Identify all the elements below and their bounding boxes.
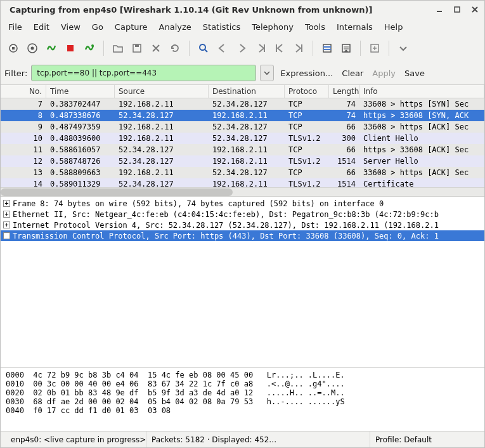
filter-label: Filter: xyxy=(4,69,27,78)
expand-icon[interactable]: + xyxy=(3,211,10,218)
auto-scroll-button[interactable] xyxy=(337,39,355,57)
go-back-button[interactable] xyxy=(214,39,231,57)
tree-item[interactable]: +Internet Protocol Version 4, Src: 52.34… xyxy=(1,220,484,230)
titlebar: Capturing from enp4s0 [Wireshark 1.10.14… xyxy=(1,1,484,18)
toolbar-separator xyxy=(103,41,104,56)
menu-capture[interactable]: Capture xyxy=(110,20,153,34)
window-buttons xyxy=(435,5,479,14)
expand-icon[interactable]: + xyxy=(3,232,10,239)
packet-row[interactable]: 70.383702447192.168.2.1152.34.28.127TCP7… xyxy=(1,98,484,110)
statusbar: enp4s0: <live capture in progress> F… Pa… xyxy=(1,431,484,447)
save-button[interactable] xyxy=(128,39,146,57)
filter-apply-link[interactable]: Apply xyxy=(370,67,398,79)
svg-rect-11 xyxy=(135,44,139,47)
tree-item[interactable]: +Transmission Control Protocol, Src Port… xyxy=(1,230,484,241)
packet-details-pane: +Frame 8: 74 bytes on wire (592 bits), 7… xyxy=(1,196,484,367)
stop-capture-button[interactable] xyxy=(61,39,79,57)
menu-edit[interactable]: Edit xyxy=(29,20,55,34)
menu-file[interactable]: File xyxy=(3,20,27,34)
tree-item[interactable]: +Frame 8: 74 bytes on wire (592 bits), 7… xyxy=(1,198,484,209)
reload-button[interactable] xyxy=(166,39,184,57)
go-last-button[interactable] xyxy=(290,39,307,57)
svg-rect-1 xyxy=(455,7,460,12)
start-capture-button[interactable] xyxy=(42,39,60,57)
minimize-button[interactable] xyxy=(435,5,444,14)
options-button[interactable] xyxy=(23,39,41,57)
colorize-button[interactable] xyxy=(318,39,336,57)
zoom-in-button[interactable] xyxy=(366,39,384,57)
packet-row[interactable]: 100.488039600192.168.2.1152.34.28.127TLS… xyxy=(1,133,484,144)
close-button[interactable] xyxy=(470,5,479,14)
col-no[interactable]: No. xyxy=(1,85,46,98)
status-interface: enp4s0: <live capture in progress> F… xyxy=(1,432,146,447)
menu-internals[interactable]: Internals xyxy=(332,20,378,34)
toolbar-separator xyxy=(313,41,313,56)
svg-point-9 xyxy=(91,44,94,47)
packet-list-pane: No. Time Source Destination Protoco Leng… xyxy=(1,84,484,196)
tree-item[interactable]: +Ethernet II, Src: Netgear_4c:fe:eb (c4:… xyxy=(1,209,484,220)
column-headers: No. Time Source Destination Protoco Leng… xyxy=(1,85,484,98)
restart-capture-button[interactable] xyxy=(81,39,98,57)
filter-clear-link[interactable]: Clear xyxy=(339,67,366,79)
filter-save-link[interactable]: Save xyxy=(402,67,427,79)
menu-tools[interactable]: Tools xyxy=(300,20,330,34)
menu-view[interactable]: View xyxy=(56,20,86,34)
packet-row[interactable]: 130.588809663192.168.2.1152.34.28.127TCP… xyxy=(1,167,484,178)
menu-telephony[interactable]: Telephony xyxy=(247,20,299,34)
status-profile[interactable]: Profile: Default xyxy=(370,432,484,447)
menubar: File Edit View Go Capture Analyze Statis… xyxy=(1,18,484,35)
overflow-button[interactable] xyxy=(394,39,412,57)
packet-row[interactable]: 110.58861605752.34.28.127192.168.2.11TCP… xyxy=(1,144,484,155)
expand-icon[interactable]: + xyxy=(3,200,10,207)
packet-row[interactable]: 140.58901132952.34.28.127192.168.2.11TLS… xyxy=(1,178,484,187)
go-to-packet-button[interactable] xyxy=(252,39,269,57)
open-button[interactable] xyxy=(109,39,127,57)
maximize-button[interactable] xyxy=(453,5,462,14)
svg-point-14 xyxy=(200,44,205,50)
toolbar-separator xyxy=(189,41,190,56)
col-time[interactable]: Time xyxy=(46,85,115,98)
interfaces-button[interactable] xyxy=(4,39,22,57)
col-info[interactable]: Info xyxy=(359,85,484,98)
packet-row[interactable]: 120.58874872652.34.28.127192.168.2.11TLS… xyxy=(1,155,484,167)
filter-expression-link[interactable]: Expression... xyxy=(278,67,335,79)
svg-rect-5 xyxy=(12,47,15,49)
col-length[interactable]: Length xyxy=(329,85,359,98)
filter-dropdown[interactable] xyxy=(260,65,274,81)
menu-statistics[interactable]: Statistics xyxy=(198,20,245,34)
go-forward-button[interactable] xyxy=(233,39,250,57)
close-file-button[interactable] xyxy=(147,39,165,57)
menu-help[interactable]: Help xyxy=(379,20,408,34)
status-counts-text: Packets: 5182 · Displayed: 452… xyxy=(152,435,276,444)
col-dest[interactable]: Destination xyxy=(209,85,285,98)
col-source[interactable]: Source xyxy=(115,85,209,98)
svg-rect-8 xyxy=(67,45,74,51)
svg-point-7 xyxy=(31,47,34,50)
toolbar-separator xyxy=(360,41,361,56)
filter-input[interactable] xyxy=(31,65,256,81)
toolbar-separator xyxy=(389,41,389,56)
window-title: Capturing from enp4s0 [Wireshark 1.10.14… xyxy=(10,5,435,15)
svg-rect-19 xyxy=(323,44,331,52)
packet-row[interactable]: 90.487497359192.168.2.1152.34.28.127TCP6… xyxy=(1,121,484,133)
packet-row[interactable]: 80.48733867652.34.28.127192.168.2.11TCP7… xyxy=(1,110,484,121)
packet-rows: 70.383702447192.168.2.1152.34.28.127TCP7… xyxy=(1,98,484,187)
go-first-button[interactable] xyxy=(271,39,288,57)
status-profile-text: Profile: Default xyxy=(375,435,432,444)
col-proto[interactable]: Protoco xyxy=(285,85,329,98)
svg-line-15 xyxy=(205,49,207,52)
horizontal-scrollbar[interactable] xyxy=(1,187,484,196)
status-interface-text: enp4s0: <live capture in progress> F… xyxy=(11,435,146,444)
menu-go[interactable]: Go xyxy=(87,20,108,34)
status-counts: Packets: 5182 · Displayed: 452… xyxy=(146,432,370,447)
menu-analyze[interactable]: Analyze xyxy=(154,20,197,34)
packet-bytes-pane: 0000 4c 72 b9 9c b8 3b c4 04 15 4c fe eb… xyxy=(1,367,484,431)
filter-bar: Filter: Expression... Clear Apply Save xyxy=(1,62,484,84)
find-button[interactable] xyxy=(195,39,212,57)
expand-icon[interactable]: + xyxy=(3,221,10,228)
toolbar xyxy=(1,35,484,62)
